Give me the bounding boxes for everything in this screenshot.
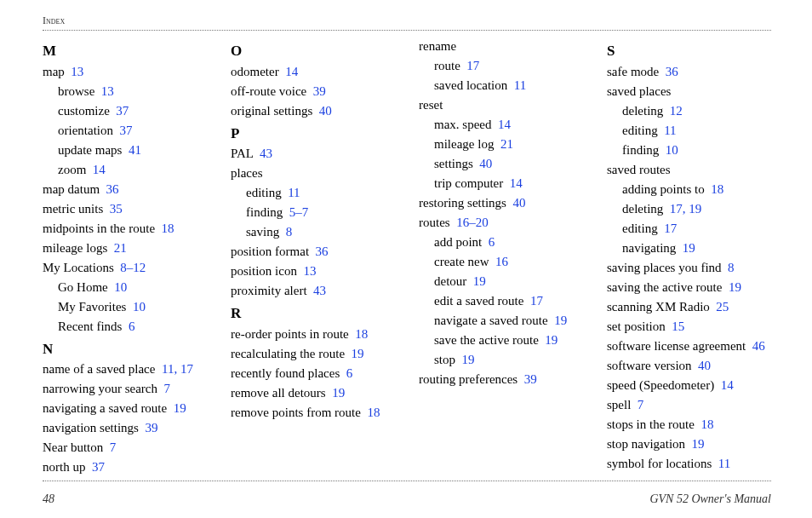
index-entry: scanning XM Radio 25 [607, 298, 771, 316]
index-entry: navigating 19 [622, 239, 771, 257]
index-page-ref[interactable]: 18 [355, 327, 368, 341]
index-page-ref[interactable]: 16–20 [456, 216, 489, 229]
index-page-ref[interactable]: 17 [466, 59, 479, 72]
index-page-ref[interactable]: 21 [114, 241, 127, 255]
index-entry: browse 13 [58, 83, 207, 101]
index-page-ref[interactable]: 18 [711, 182, 723, 196]
index-term: set position [607, 319, 666, 333]
index-entry: odometer 14 [231, 63, 395, 81]
index-term: Recent finds [58, 319, 122, 333]
index-page-ref[interactable]: 40 [319, 104, 332, 118]
index-term: detour [434, 274, 466, 288]
index-page-ref[interactable]: 19 [729, 280, 741, 294]
index-page-ref[interactable]: 11, 17 [162, 362, 193, 376]
index-entry: original settings 40 [231, 102, 395, 120]
index-page-ref[interactable]: 17 [664, 222, 677, 235]
index-page-ref[interactable]: 11 [718, 457, 730, 470]
index-page-ref[interactable]: 10 [666, 143, 678, 157]
index-page-ref[interactable]: 41 [129, 143, 141, 157]
index-page-ref[interactable]: 19 [174, 401, 186, 415]
index-page-ref[interactable]: 37 [92, 460, 105, 474]
index-entry: routing preferences 39 [419, 371, 583, 388]
index-page-ref[interactable]: 39 [524, 372, 537, 386]
index-page-ref[interactable]: 10 [133, 300, 146, 314]
index-letter-heading: R [231, 303, 395, 324]
index-entry: trip computer 14 [434, 175, 583, 193]
index-letter-heading: N [43, 339, 207, 360]
index-page-ref[interactable]: 13 [71, 65, 83, 78]
index-page-ref[interactable]: 8 [728, 261, 735, 274]
index-page-ref[interactable]: 40 [698, 359, 711, 372]
index-page-ref[interactable]: 17, 19 [670, 202, 702, 216]
index-page-ref[interactable]: 40 [479, 157, 492, 170]
index-entry: customize 37 [58, 102, 207, 120]
index-page-ref[interactable]: 7 [110, 440, 117, 454]
index-page-ref[interactable]: 13 [101, 84, 114, 98]
index-entry: position format 36 [231, 243, 395, 261]
index-page-ref[interactable]: 11 [664, 124, 676, 137]
index-page-ref[interactable]: 6 [489, 235, 495, 249]
index-page-ref[interactable]: 19 [554, 314, 567, 327]
index-page-ref[interactable]: 14 [510, 176, 523, 190]
index-term: finding [622, 143, 659, 157]
index-page-ref[interactable]: 8–12 [120, 261, 146, 274]
index-page-ref[interactable]: 19 [545, 333, 558, 347]
index-page-ref[interactable]: 19 [462, 353, 475, 366]
index-page-ref[interactable]: 7 [163, 382, 170, 395]
index-page-ref[interactable]: 21 [500, 137, 513, 151]
index-page-ref[interactable]: 8 [286, 225, 293, 239]
index-entry: saved routes [607, 161, 771, 179]
index-page-ref[interactable]: 36 [316, 245, 329, 258]
index-entry: routes 16–20 [419, 214, 583, 232]
index-term: proximity alert [231, 284, 307, 297]
index-term: customize [58, 104, 110, 118]
index-page-ref[interactable]: 14 [721, 378, 734, 392]
index-entry: My Locations 8–12 [43, 259, 207, 277]
index-term: Near button [43, 440, 103, 454]
index-term: My Favorites [58, 300, 126, 314]
index-page-ref[interactable]: 19 [473, 274, 486, 288]
index-page-ref[interactable]: 35 [110, 202, 123, 216]
doc-title: GVN 52 Owner's Manual [649, 491, 771, 508]
index-page-ref[interactable]: 10 [114, 280, 127, 294]
index-page-ref[interactable]: 14 [498, 118, 511, 131]
index-page-ref[interactable]: 46 [752, 339, 765, 353]
index-page-ref[interactable]: 36 [666, 65, 678, 78]
index-page-ref[interactable]: 6 [129, 319, 135, 333]
index-page-ref[interactable]: 39 [145, 421, 157, 435]
index-page-ref[interactable]: 19 [332, 386, 345, 400]
index-page-ref[interactable]: 18 [367, 406, 380, 419]
index-page-ref[interactable]: 25 [716, 300, 729, 314]
index-page-ref[interactable]: 40 [512, 196, 525, 210]
index-page-ref[interactable]: 16 [495, 255, 508, 268]
index-page-ref[interactable]: 19 [352, 347, 364, 360]
index-page-ref[interactable]: 18 [700, 417, 713, 431]
index-page-ref[interactable]: 17 [530, 294, 543, 308]
index-page-ref[interactable]: 43 [313, 284, 326, 297]
index-page-ref[interactable]: 6 [346, 366, 353, 380]
page: Index Mmap 13browse 13customize 37orient… [0, 0, 812, 518]
index-page-ref[interactable]: 15 [672, 319, 684, 333]
index-page-ref[interactable]: 11 [288, 186, 300, 199]
index-page-ref[interactable]: 37 [119, 124, 132, 137]
index-page-ref[interactable]: 11 [514, 78, 526, 92]
index-entry: rename [419, 37, 583, 55]
index-term: navigating [622, 241, 676, 255]
index-page-ref[interactable]: 19 [683, 241, 695, 255]
index-page-ref[interactable]: 14 [285, 65, 298, 78]
index-entry: stops in the route 18 [607, 416, 771, 434]
index-column: Mmap 13browse 13customize 37orientation … [43, 37, 207, 479]
index-page-ref[interactable]: 5–7 [289, 205, 309, 219]
index-page-ref[interactable]: 36 [106, 182, 119, 196]
index-page-ref[interactable]: 14 [93, 163, 106, 176]
index-page-ref[interactable]: 12 [670, 104, 683, 118]
index-term: orientation [58, 124, 113, 137]
footer: 48 GVN 52 Owner's Manual [43, 491, 771, 508]
index-page-ref[interactable]: 43 [260, 147, 272, 160]
index-page-ref[interactable]: 37 [116, 104, 129, 118]
index-page-ref[interactable]: 19 [692, 437, 705, 451]
index-page-ref[interactable]: 39 [313, 84, 326, 98]
index-page-ref[interactable]: 18 [162, 222, 174, 235]
index-page-ref[interactable]: 13 [303, 264, 316, 278]
index-page-ref[interactable]: 7 [638, 398, 644, 412]
